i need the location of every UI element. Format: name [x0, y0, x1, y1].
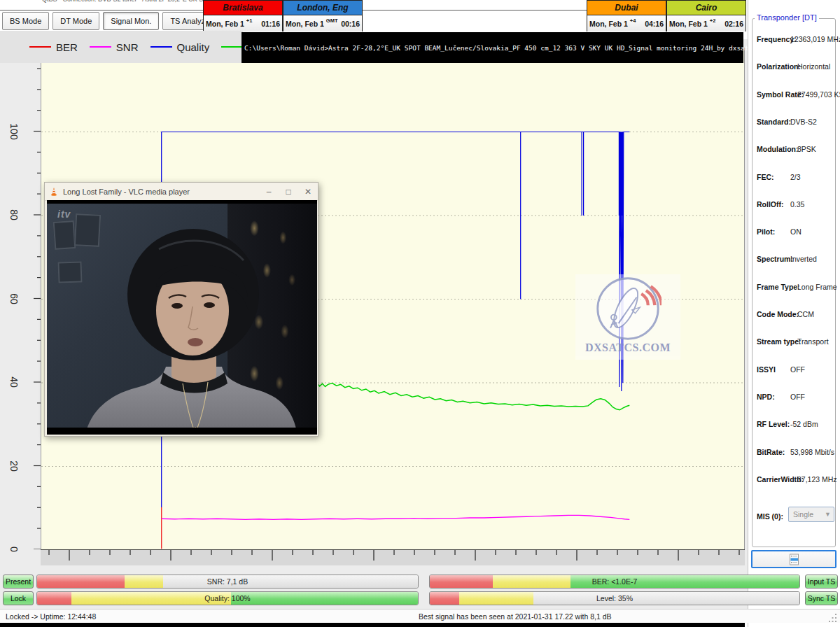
field-value: Transport	[797, 337, 829, 346]
mis-dropdown[interactable]: Single ▼	[788, 507, 834, 522]
best-signal-status: Best signal has been seen at 2021-01-31 …	[419, 612, 612, 621]
clock-time: 01:16	[261, 20, 280, 28]
y-axis-tick-label: 20	[1, 453, 27, 479]
cmd-console-bar[interactable]: C:\Users\Roman Dávid>Astra 2F-28,2°E_UK …	[241, 32, 743, 63]
vlc-close-button[interactable]: ✕	[298, 187, 318, 197]
clock-time-row: Mon, Feb 1+101:16	[204, 15, 282, 31]
legend-label: Quality	[177, 41, 210, 53]
chevron-down-icon: ▼	[825, 511, 831, 518]
clock-date: Mon, Feb 1	[669, 20, 708, 28]
clock-time: 04:16	[645, 20, 664, 28]
field-label: FEC:	[757, 173, 774, 181]
y-axis-ticks	[31, 48, 41, 549]
field-value: -52 dBm	[790, 420, 818, 428]
present-button[interactable]: Present	[3, 575, 34, 589]
transponder-field-row: Symbol Rate:27499,703 KS/s	[757, 90, 838, 99]
transponder-field-row: FEC:2/3	[757, 173, 838, 181]
field-value: DVB-S2	[790, 118, 817, 126]
transponder-field-row: Standard:DVB-S2	[757, 118, 838, 126]
clock-time-row: Mon, Feb 1GMT00:16	[284, 15, 362, 31]
clock-utc-offset: +1	[246, 17, 253, 24]
clock-utc-offset: +4	[630, 17, 636, 24]
clock-bratislava: BratislavaMon, Feb 1+101:16	[203, 0, 283, 31]
legend-item-snr: SNR	[90, 41, 139, 53]
ts-list-button[interactable]	[751, 550, 836, 568]
legend-label: SNR	[116, 41, 139, 53]
y-axis-tick-label: 80	[1, 202, 27, 227]
sync-ts-button[interactable]: Sync TS	[805, 591, 838, 605]
lock-uptime-status: Locked -> Uptime: 12:44:48	[6, 612, 96, 621]
clock-utc-offset: GMT	[326, 17, 338, 24]
clock-date: Mon, Feb 1	[206, 20, 244, 28]
field-label: ISSYI	[757, 365, 776, 374]
vlc-video-area[interactable]: itv	[47, 200, 317, 435]
legend-line-sample	[90, 46, 111, 48]
clock-cairo: CairoMon, Feb 1+202:16	[666, 0, 746, 31]
clock-city-header: London, Eng	[284, 1, 362, 15]
vlc-minimize-button[interactable]: –	[259, 187, 279, 197]
vlc-maximize-button[interactable]: □	[279, 187, 298, 197]
lock-button[interactable]: Lock	[3, 591, 34, 605]
satellite-dish-logo-icon	[594, 274, 662, 343]
field-label: CarrierWidth:	[757, 475, 804, 484]
transponder-field-row: BitRate:53,998 Mbit/s	[757, 448, 838, 456]
transponder-field-row: RollOff:0.35	[757, 200, 838, 209]
y-axis-tick-label: 60	[1, 286, 27, 311]
x-axis-band	[41, 549, 745, 565]
field-value: CCM	[797, 310, 814, 318]
transponder-field-row: RF Level:-52 dBm	[757, 420, 838, 428]
field-value: Long Frame	[797, 283, 837, 291]
tab-bs-mode[interactable]: BS Mode	[2, 12, 49, 30]
tab-signal-mon-[interactable]: Signal Mon.	[103, 12, 159, 30]
taskbar-edge	[0, 623, 745, 627]
field-label: Frame Type:	[757, 283, 800, 291]
chart-legend: BERSNRQualityLevel	[0, 31, 243, 63]
field-value: 27499,703 KS/s	[797, 90, 840, 99]
bar-value-label: BER: <1.0E-7	[430, 575, 799, 588]
clock-time: 02:16	[724, 20, 743, 28]
field-label: Code Mode:	[757, 310, 799, 318]
clock-time-row: Mon, Feb 1+202:16	[667, 15, 746, 31]
clock-london-eng: London, EngMon, Feb 1GMT00:16	[283, 0, 363, 31]
transponder-field-row: Spectrum:Inverted	[757, 255, 838, 263]
field-label: Pilot:	[757, 227, 775, 236]
field-value: 12363,019 MHz	[790, 35, 840, 43]
resize-grip[interactable]	[829, 614, 837, 622]
clock-city-header: Bratislava	[204, 1, 282, 15]
clock-time-row: Mon, Feb 1+404:16	[587, 15, 666, 31]
field-value: Inverted	[790, 255, 817, 263]
clock-time: 00:16	[341, 20, 360, 28]
transponder-group-title: Transponder [DT]	[755, 13, 819, 22]
video-person	[47, 200, 317, 435]
field-label: RollOff:	[757, 200, 784, 209]
bar-value-label: Quality: 100%	[37, 592, 418, 605]
legend-item-quality: Quality	[150, 41, 210, 53]
world-clocks-left: BratislavaMon, Feb 1+101:16London, EngMo…	[203, 0, 363, 31]
field-value: Horizontal	[797, 62, 830, 71]
field-value: ON	[790, 227, 802, 236]
clock-date: Mon, Feb 1	[286, 20, 324, 28]
tab-dt-mode[interactable]: DT Mode	[52, 12, 99, 30]
transponder-field-row: NPD:OFF	[757, 393, 838, 401]
input-ts-button[interactable]: Input TS	[805, 575, 838, 589]
ber-progress-bar: BER: <1.0E-7	[429, 575, 800, 589]
transponder-field-row: Frequency:12363,019 MHz	[757, 35, 838, 43]
field-value: 2/3	[790, 173, 801, 181]
legend-line-sample	[221, 46, 243, 48]
field-label: BitRate:	[757, 448, 785, 456]
dxsatcs-logo-text: DXSATCS.COM	[585, 341, 671, 354]
transponder-field-row: Polarization:Horizontal	[757, 62, 838, 71]
field-value: 8PSK	[797, 145, 816, 153]
field-label: Modulation:	[757, 145, 798, 153]
legend-item-ber: BER	[29, 41, 78, 53]
bar-value-label: Level: 35%	[430, 592, 799, 605]
y-axis-labels: 020406080100120	[1, 48, 29, 549]
app-window: QtBS - Connection: DVB-S2 tuner - Astra …	[0, 0, 840, 627]
transponder-field-row: Pilot:ON	[757, 227, 838, 236]
clock-city-header: Cairo	[667, 1, 746, 15]
transponder-field-row: ISSYIOFF	[757, 365, 838, 374]
legend-line-sample	[150, 46, 172, 48]
vlc-titlebar[interactable]: Long Lost Family - VLC media player – □ …	[45, 183, 318, 201]
field-label: Stream type:	[757, 337, 802, 346]
clock-date: Mon, Feb 1	[589, 20, 628, 28]
